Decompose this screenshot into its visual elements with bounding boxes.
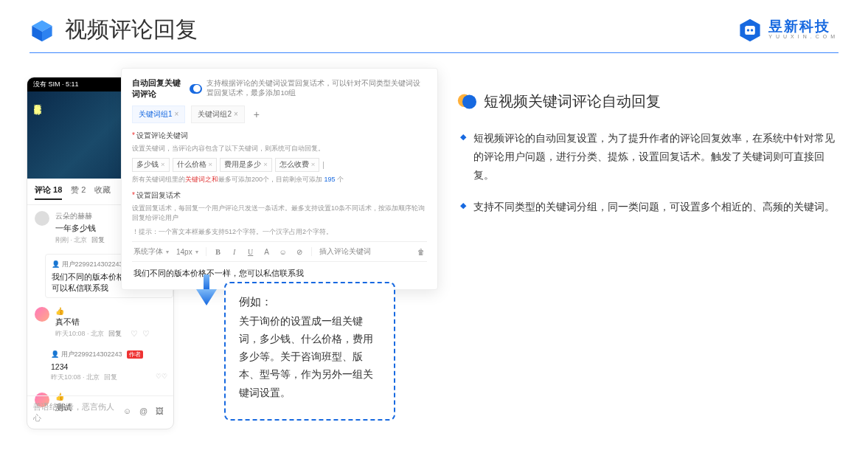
insert-keyword-button[interactable]: 插入评论关键词 <box>319 246 371 257</box>
example-body: 关于询价的设置成一组关键词，多少钱、什么价格，费用多少等。关于咨询班型、版本、型… <box>239 312 381 401</box>
script-label: *设置回复话术 <box>132 190 427 201</box>
char-tip: ！提示：一个富文本框最多支持512个字符。一个汉字占用2个字符。 <box>132 227 427 237</box>
settings-panel: 自动回复关键词评论 支持根据评论的关键词设置回复话术，可以针对不同类型关键词设置… <box>121 68 438 290</box>
chip[interactable]: 多少钱× <box>132 158 170 172</box>
cube-icon <box>29 18 55 43</box>
svg-rect-7 <box>204 274 209 291</box>
keyword-count-note: 所有关键词组里的关键词之和最多可添加200个，目前剩余可添加 195 个 <box>132 175 427 184</box>
page-title: 视频评论回复 <box>65 15 198 45</box>
italic-icon[interactable]: I <box>230 248 239 256</box>
emoji-icon[interactable]: ☺ <box>279 248 288 256</box>
reply-link[interactable]: 回复 <box>108 329 122 339</box>
image-icon[interactable]: 🖼 <box>156 407 167 418</box>
chip[interactable]: 怎么收费× <box>275 158 320 172</box>
brand-name: 昱新科技 <box>768 19 839 33</box>
page-header: 视频评论回复 昱新科技 YUUXIN.COM <box>0 0 868 52</box>
keyword-hint: 设置关键词，当评论内容包含了以下关键词，则系统可自动回复。 <box>132 144 427 153</box>
comment-item: 👍 真不错 昨天10:08 · 北京回复 ♡♡ <box>27 301 173 345</box>
rich-toolbar: 系统字体 14px B I U A ☺ ⊘ 插入评论关键词 🗑 <box>132 241 427 261</box>
author-tag: 作者 <box>127 350 143 359</box>
brand-logo-icon <box>737 18 763 43</box>
clear-icon[interactable]: ⊘ <box>295 248 304 256</box>
panel-title: 自动回复关键词评论 <box>132 77 185 100</box>
brand-url: YUUXIN.COM <box>768 33 839 41</box>
svg-point-6 <box>751 29 753 31</box>
feature-bullets: 短视频评论的自动回复设置，为了提升作者的评论回复效率，在系统中针对常见的评论用户… <box>457 129 841 215</box>
script-hint: 设置回复话术，每回复一个用户评论只发送一条话术。最多支持设置10条不同话术，按添… <box>132 204 427 223</box>
tab-comments[interactable]: 评论 18 <box>35 184 62 200</box>
svg-rect-4 <box>745 26 755 35</box>
example-title: 例如： <box>239 295 381 309</box>
chip[interactable]: 费用是多少× <box>220 158 272 172</box>
rich-text-content[interactable]: 我们不同的版本价格不一样，您可以私信联系我 <box>132 261 427 279</box>
close-icon[interactable]: × <box>175 110 179 118</box>
header-divider <box>29 52 839 53</box>
chip[interactable]: 什么价格× <box>173 158 218 172</box>
bullet-item: 支持不同类型的关键词分组，同一类问题，可设置多个相近的、高频的关键词。 <box>460 198 841 216</box>
svg-point-10 <box>462 94 476 108</box>
arrow-icon <box>189 273 224 308</box>
avatar <box>35 307 49 322</box>
kw-tab-1[interactable]: 关键词组1× <box>132 106 185 123</box>
illustration-area: 没有 SIM · 5:11📶 春有百花秋有月 夏有凉风冬有雪 评论 18 赞 2… <box>27 68 440 422</box>
avatar <box>35 211 49 226</box>
emoji-icon[interactable]: ☺ <box>123 407 135 418</box>
underline-icon[interactable]: U <box>246 248 255 256</box>
color-icon[interactable]: A <box>263 248 271 256</box>
author-reply: 👤 用户2299214302243 作者 1234 昨天10:08 · 北京回复… <box>45 348 173 384</box>
keyword-group-tabs: 关键词组1× 关键词组2× + <box>132 106 427 123</box>
bullet-item: 短视频评论的自动回复设置，为了提升作者的评论回复效率，在系统中针对常见的评论用户… <box>460 129 841 184</box>
tab-likes[interactable]: 赞 2 <box>71 184 86 200</box>
comment-input-bar: 善语结善缘，恶言伤人心 ☺ @ 🖼 <box>27 395 173 429</box>
kw-tab-2[interactable]: 关键词组2× <box>191 106 244 123</box>
tab-favs[interactable]: 收藏 <box>94 184 111 200</box>
comment-input[interactable]: 善语结善缘，恶言伤人心 <box>33 401 119 424</box>
add-group-button[interactable]: + <box>254 108 260 120</box>
toggle-switch[interactable] <box>190 84 202 94</box>
header-left: 视频评论回复 <box>29 15 198 45</box>
description-area: 短视频关键词评论自动回复 短视频评论的自动回复设置，为了提升作者的评论回复效率，… <box>457 68 841 422</box>
delete-icon[interactable]: 🗑 <box>417 248 426 256</box>
svg-point-5 <box>747 29 749 31</box>
like-icons[interactable]: ♡♡ <box>126 329 150 339</box>
svg-marker-8 <box>196 289 217 305</box>
panel-desc: 支持根据评论的关键词设置回复话术，可以针对不同类型关键词设置回复话术，最多添加1… <box>206 79 427 98</box>
keyword-chips[interactable]: 多少钱× 什么价格× 费用是多少× 怎么收费× | <box>132 158 427 172</box>
at-icon[interactable]: @ <box>139 407 151 418</box>
reply-link[interactable]: 回复 <box>91 235 105 245</box>
close-icon[interactable]: × <box>234 110 238 118</box>
brand: 昱新科技 YUUXIN.COM <box>737 18 839 43</box>
font-select[interactable]: 系统字体 <box>133 246 169 257</box>
section-title: 短视频关键词评论自动回复 <box>484 91 661 111</box>
size-select[interactable]: 14px <box>176 248 198 256</box>
chat-bubble-icon <box>457 92 476 111</box>
example-box: 例如： 关于询价的设置成一组关键词，多少钱、什么价格，费用多少等。关于咨询班型、… <box>224 282 395 421</box>
keyword-label: *设置评论关键词 <box>132 131 427 141</box>
bold-icon[interactable]: B <box>214 248 223 256</box>
